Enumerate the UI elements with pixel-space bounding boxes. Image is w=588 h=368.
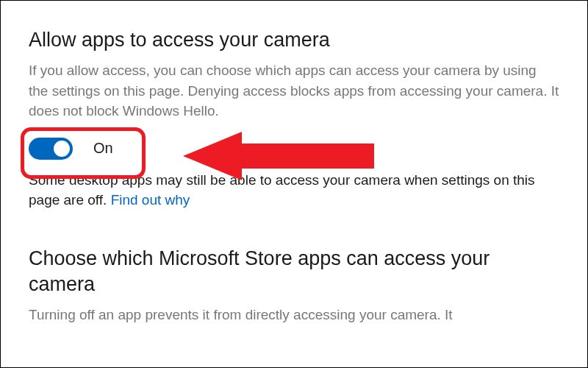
toggle-state-label: On [93,140,113,157]
choose-apps-title: Choose which Microsoft Store apps can ac… [29,246,559,297]
allow-apps-description: If you allow access, you can choose whic… [29,60,559,121]
toggle-knob [54,141,70,157]
choose-apps-description-cutoff: Turning off an app prevents it from dire… [29,305,559,325]
camera-access-toggle[interactable] [29,138,73,160]
annotation-arrow-icon [183,130,374,185]
allow-apps-title: Allow apps to access your camera [29,29,559,52]
find-out-why-link[interactable]: Find out why [111,192,190,208]
camera-access-toggle-row: On [29,138,113,160]
svg-marker-0 [183,132,374,180]
